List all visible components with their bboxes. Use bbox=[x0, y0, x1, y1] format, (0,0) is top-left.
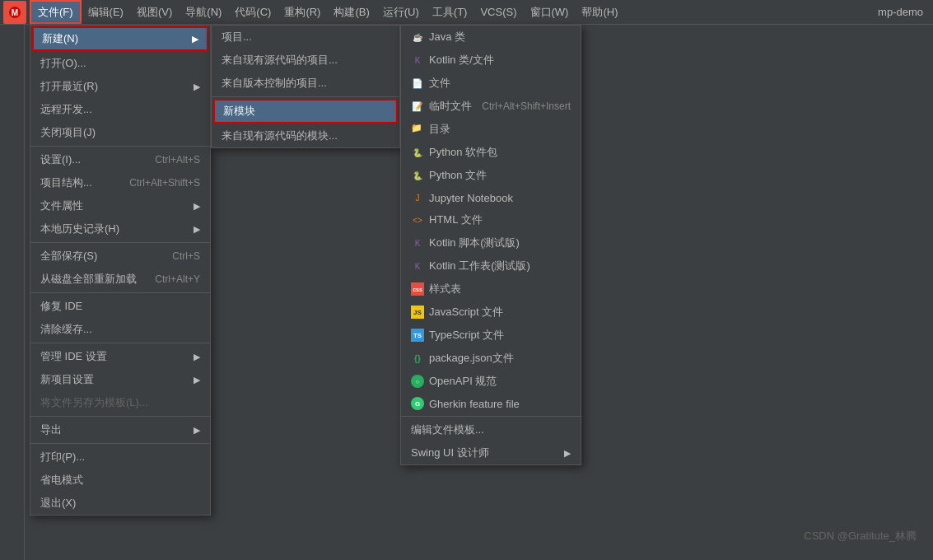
package-json-icon: {} bbox=[411, 352, 424, 365]
menu-remote[interactable]: 远程开发... bbox=[30, 98, 210, 121]
new-from-existing-source[interactable]: 来自现有源代码的项目... bbox=[212, 49, 399, 72]
folder-icon: 📁 bbox=[411, 123, 424, 136]
python-file-icon: 🐍 bbox=[411, 169, 424, 182]
openapi-icon: ○ bbox=[411, 375, 424, 388]
item-scratch-file[interactable]: 📝 临时文件 Ctrl+Alt+Shift+Insert bbox=[401, 95, 581, 118]
svg-text:M: M bbox=[12, 8, 18, 17]
sep6 bbox=[30, 443, 210, 444]
menu-edit[interactable]: 编辑(E) bbox=[82, 0, 130, 24]
menu-project-structure[interactable]: 项目结构... Ctrl+Alt+Shift+S bbox=[30, 171, 210, 194]
new-sep1 bbox=[212, 96, 399, 97]
new-module-from-existing[interactable]: 来自现有源代码的模块... bbox=[212, 124, 399, 147]
menu-help[interactable]: 帮助(H) bbox=[575, 0, 624, 24]
menu-window[interactable]: 窗口(W) bbox=[524, 0, 576, 24]
item-kotlin-worksheet[interactable]: K Kotlin 工作表(测试版) bbox=[401, 254, 581, 278]
local-history-arrow: ▶ bbox=[194, 224, 200, 235]
menu-vcs[interactable]: VCS(S) bbox=[473, 0, 523, 24]
new-project-settings-arrow: ▶ bbox=[194, 375, 200, 385]
file-type-dropdown: ☕ Java 类 K Kotlin 类/文件 📄 文件 📝 临时文件 Ctrl+… bbox=[400, 25, 581, 465]
html-icon: <> bbox=[411, 213, 424, 226]
item-javascript[interactable]: JS JavaScript 文件 bbox=[401, 301, 581, 324]
watermark: CSDN @Gratitute_林腾 bbox=[804, 529, 917, 544]
item-kotlin-class[interactable]: K Kotlin 类/文件 bbox=[401, 49, 581, 72]
export-arrow: ▶ bbox=[194, 425, 200, 436]
item-python-file[interactable]: 🐍 Python 文件 bbox=[401, 164, 581, 187]
item-typescript[interactable]: TS TypeScript 文件 bbox=[401, 324, 581, 347]
menu-open[interactable]: 打开(O)... bbox=[30, 52, 210, 75]
new-submenu-dropdown: 项目... 来自现有源代码的项目... 来自版本控制的项目... 新模块 来自现… bbox=[211, 25, 400, 148]
js-icon: JS bbox=[411, 306, 424, 319]
new-arrow-icon: ▶ bbox=[192, 34, 198, 44]
menu-recent[interactable]: 打开最近(R) ▶ bbox=[30, 75, 210, 98]
file-menu-dropdown: 新建(N) ▶ 打开(O)... 打开最近(R) ▶ 远程开发... 关闭项目(… bbox=[30, 25, 211, 516]
item-swing-ui[interactable]: Swing UI 设计师 ▶ bbox=[401, 441, 581, 464]
css-icon: css bbox=[411, 282, 424, 296]
item-jupyter[interactable]: J Jupyter Notebook bbox=[401, 187, 581, 208]
menu-exit[interactable]: 退出(X) bbox=[30, 492, 210, 515]
item-stylesheet[interactable]: css 样式表 bbox=[401, 278, 581, 301]
ts-icon: TS bbox=[411, 329, 424, 342]
python-package-icon: 🐍 bbox=[411, 146, 424, 159]
menu-build[interactable]: 构建(B) bbox=[327, 0, 376, 24]
menu-print[interactable]: 打印(P)... bbox=[30, 446, 210, 469]
new-module-item[interactable]: 新模块 bbox=[213, 99, 398, 124]
item-kotlin-script[interactable]: K Kotlin 脚本(测试版) bbox=[401, 231, 581, 254]
app-logo: M bbox=[3, 1, 26, 24]
menu-tools[interactable]: 工具(T) bbox=[426, 0, 474, 24]
menu-code[interactable]: 代码(C) bbox=[228, 0, 278, 24]
menu-run[interactable]: 运行(U) bbox=[376, 0, 426, 24]
menu-view[interactable]: 视图(V) bbox=[130, 0, 179, 24]
items-sep1 bbox=[401, 416, 581, 417]
item-html[interactable]: <> HTML 文件 bbox=[401, 208, 581, 231]
file-props-arrow: ▶ bbox=[194, 201, 200, 212]
menu-local-history[interactable]: 本地历史记录(H) ▶ bbox=[30, 217, 210, 240]
menu-reload-from-disk[interactable]: 从磁盘全部重新加载 Ctrl+Alt+Y bbox=[30, 268, 210, 291]
sidebar-strip bbox=[0, 25, 25, 560]
kotlin-worksheet-icon: K bbox=[411, 259, 424, 273]
menu-new-item[interactable]: 新建(N) ▶ bbox=[32, 26, 208, 51]
swing-arrow: ▶ bbox=[564, 448, 571, 459]
menu-file-properties[interactable]: 文件属性 ▶ bbox=[30, 194, 210, 217]
gherkin-icon: G bbox=[411, 397, 424, 410]
new-project[interactable]: 项目... bbox=[212, 26, 399, 49]
jupyter-icon: J bbox=[411, 191, 424, 204]
sep3 bbox=[30, 292, 210, 293]
menu-close-project[interactable]: 关闭项目(J) bbox=[30, 121, 210, 144]
sep5 bbox=[30, 416, 210, 417]
recent-arrow: ▶ bbox=[194, 82, 200, 92]
menu-repair-ide[interactable]: 修复 IDE bbox=[30, 295, 210, 318]
item-file[interactable]: 📄 文件 bbox=[401, 72, 581, 95]
new-from-vcs[interactable]: 来自版本控制的项目... bbox=[212, 72, 399, 95]
menu-new-project-settings[interactable]: 新项目设置 ▶ bbox=[30, 368, 210, 391]
menubar: M 文件(F) 编辑(E) 视图(V) 导航(N) 代码(C) 重构(R) 构建… bbox=[0, 0, 933, 25]
manage-ide-arrow: ▶ bbox=[194, 352, 200, 362]
menu-file[interactable]: 文件(F) bbox=[30, 0, 82, 24]
item-python-package[interactable]: 🐍 Python 软件包 bbox=[401, 141, 581, 164]
menu-navigate[interactable]: 导航(N) bbox=[179, 0, 228, 24]
sep4 bbox=[30, 343, 210, 343]
sep2 bbox=[30, 242, 210, 243]
menu-manage-ide[interactable]: 管理 IDE 设置 ▶ bbox=[30, 345, 210, 368]
java-icon: ☕ bbox=[411, 30, 424, 44]
item-gherkin[interactable]: G Gherkin feature file bbox=[401, 393, 581, 414]
menu-save-all[interactable]: 全部保存(S) Ctrl+S bbox=[30, 245, 210, 268]
menu-save-as-template: 将文件另存为模板(L)... bbox=[30, 391, 210, 414]
scratch-icon: 📝 bbox=[411, 100, 424, 113]
menu-refactor[interactable]: 重构(R) bbox=[278, 0, 327, 24]
menu-settings[interactable]: 设置(I)... Ctrl+Alt+S bbox=[30, 148, 210, 171]
file-icon: 📄 bbox=[411, 77, 424, 90]
item-openapi[interactable]: ○ OpenAPI 规范 bbox=[401, 370, 581, 393]
menu-export[interactable]: 导出 ▶ bbox=[30, 418, 210, 441]
app-name: mp-demo bbox=[878, 6, 933, 18]
item-edit-templates[interactable]: 编辑文件模板... bbox=[401, 418, 581, 441]
item-directory[interactable]: 📁 目录 bbox=[401, 118, 581, 141]
menu-power-save[interactable]: 省电模式 bbox=[30, 469, 210, 492]
item-package-json[interactable]: {} package.json文件 bbox=[401, 347, 581, 370]
sep1 bbox=[30, 146, 210, 147]
kotlin-icon: K bbox=[411, 54, 424, 67]
menu-clear-cache[interactable]: 清除缓存... bbox=[30, 318, 210, 341]
item-java-class[interactable]: ☕ Java 类 bbox=[401, 26, 581, 49]
kotlin-script-icon: K bbox=[411, 236, 424, 250]
